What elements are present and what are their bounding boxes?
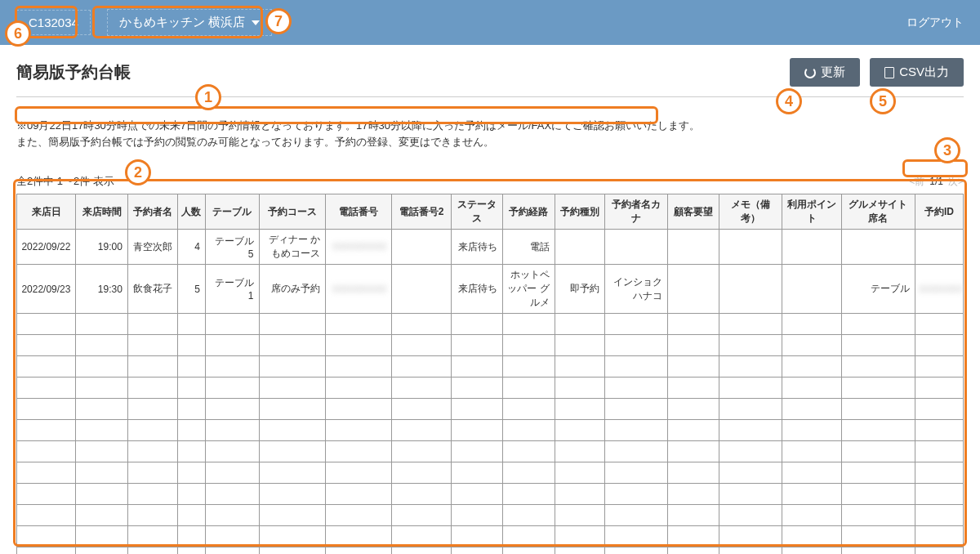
cell-empty [915,484,964,505]
th-kana: 予約者名カナ [604,194,667,230]
cell-empty [127,356,177,378]
cell-empty [17,484,76,505]
th-id: 予約ID [915,194,964,230]
cell-empty [719,462,782,484]
cell-name: 青空次郎 [127,230,177,265]
cell-kana: インショクハナコ [604,265,667,314]
cell-empty [782,462,841,484]
cell-empty [841,484,915,505]
next-page[interactable]: 次> [948,175,964,189]
cell-empty [392,441,451,462]
cell-empty [76,505,127,526]
cell-empty [17,462,76,484]
cell-id [915,230,964,265]
cell-empty [915,378,964,399]
cell-empty [604,505,667,526]
cell-empty [841,462,915,484]
cell-table: テーブル5 [205,230,259,265]
cell-req [667,265,719,314]
cell-empty [326,484,392,505]
cell-empty [451,356,502,378]
th-time: 来店時間 [76,194,127,230]
cell-empty [205,484,259,505]
cell-empty [451,335,502,356]
cell-empty [915,420,964,441]
client-id: C132034 [16,10,91,35]
cell-empty [127,378,177,399]
table-row [17,505,964,526]
cell-empty [205,314,259,335]
cell-empty [915,314,964,335]
refresh-button[interactable]: 更新 [790,58,860,87]
cell-empty [326,462,392,484]
cell-empty [503,526,555,547]
cell-empty [555,462,604,484]
cell-empty [915,505,964,526]
table-row [17,314,964,335]
cell-empty [451,526,502,547]
cell-empty [667,378,719,399]
cell-empty [782,547,841,555]
cell-empty [259,420,325,441]
table-header-row: 来店日 来店時間 予約者名 人数 テーブル 予約コース 電話番号 電話番号2 ス… [17,194,964,230]
cell-empty [259,378,325,399]
prev-page[interactable]: <前 [909,175,924,189]
cell-empty [915,462,964,484]
cell-empty [667,462,719,484]
cell-empty [604,378,667,399]
cell-empty [17,547,76,555]
cell-empty [604,526,667,547]
logout-link[interactable]: ログアウト [906,16,964,30]
cell-empty [719,378,782,399]
cell-empty [841,505,915,526]
th-tel: 電話番号 [326,194,392,230]
cell-empty [205,335,259,356]
cell-seat [841,230,915,265]
cell-empty [326,378,392,399]
cell-empty [259,462,325,484]
cell-empty [127,547,177,555]
cell-empty [782,526,841,547]
cell-point [782,230,841,265]
cell-status: 来店待ち [451,230,502,265]
cell-empty [503,356,555,378]
cell-empty [177,462,205,484]
cell-empty [17,441,76,462]
th-table: テーブル [205,194,259,230]
cell-empty [555,335,604,356]
cell-empty [604,547,667,555]
cell-empty [555,399,604,420]
table-row [17,420,964,441]
store-selector[interactable]: かもめキッチン 横浜店 [107,9,272,36]
cell-empty [392,547,451,555]
cell-empty [451,314,502,335]
cell-tel2 [392,265,451,314]
cell-empty [667,484,719,505]
pagination: <前 1/1 次> [909,175,964,189]
cell-empty [127,505,177,526]
cell-empty [392,462,451,484]
cell-empty [205,356,259,378]
cell-empty [451,484,502,505]
cell-empty [205,378,259,399]
table-row: 2022/09/2219:00青空次郎4テーブル5ディナー かもめコース0000… [17,230,964,265]
cell-time: 19:00 [76,230,127,265]
cell-empty [205,462,259,484]
cell-empty [127,335,177,356]
cell-empty [555,314,604,335]
cell-empty [915,356,964,378]
refresh-icon [804,67,816,78]
csv-export-button[interactable]: CSV出力 [870,58,964,87]
cell-empty [17,399,76,420]
cell-empty [841,356,915,378]
caret-down-icon [252,20,260,25]
cell-empty [451,547,502,555]
cell-empty [259,526,325,547]
cell-empty [604,356,667,378]
cell-empty [392,505,451,526]
cell-empty [555,526,604,547]
cell-empty [782,335,841,356]
cell-empty [76,441,127,462]
cell-empty [719,399,782,420]
cell-empty [177,356,205,378]
